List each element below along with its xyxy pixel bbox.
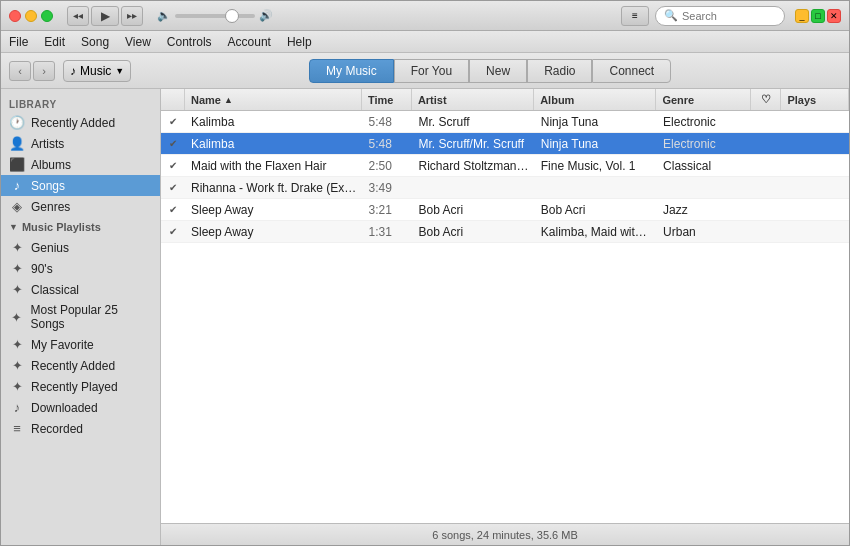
tab-connect[interactable]: Connect [592, 59, 671, 83]
playlist-item-my-favorite[interactable]: ✦My Favorite [1, 334, 160, 355]
playlist-item-label: Downloaded [31, 401, 98, 415]
playlist-icon: ✦ [9, 379, 25, 394]
table-row[interactable]: ✔ Maid with the Flaxen Hair 2:50 Richard… [161, 155, 849, 177]
row-check[interactable]: ✔ [161, 182, 185, 193]
playlist-icon: ✦ [9, 282, 25, 297]
tab-my-music[interactable]: My Music [309, 59, 394, 83]
row-time: 5:48 [362, 115, 412, 129]
menu-item-song[interactable]: Song [81, 35, 109, 49]
win-minimize-button[interactable]: _ [795, 9, 809, 23]
sidebar-item-recently-added[interactable]: 🕐Recently Added [1, 112, 160, 133]
list-icon: ≡ [632, 10, 638, 21]
forward-icon: › [42, 65, 46, 77]
volume-control[interactable]: 🔈 🔊 [157, 9, 273, 22]
row-check[interactable]: ✔ [161, 138, 185, 149]
playlist-item-recently-played[interactable]: ✦Recently Played [1, 376, 160, 397]
row-genre: Electronic [657, 115, 752, 129]
sidebar-icon: ♪ [9, 178, 25, 193]
check-icon: ✔ [169, 182, 177, 193]
minimize-button[interactable] [25, 10, 37, 22]
tabs-container: My MusicFor YouNewRadioConnect [139, 59, 841, 83]
sidebar-item-albums[interactable]: ⬛Albums [1, 154, 160, 175]
col-genre[interactable]: Genre [656, 89, 751, 110]
back-forward-controls: ‹ › [9, 61, 55, 81]
table-row[interactable]: ✔ Rihanna - Work ft. Drake (Explicit) 3:… [161, 177, 849, 199]
col-album[interactable]: Album [534, 89, 656, 110]
main-content: Library 🕐Recently Added👤Artists⬛Albums♪S… [1, 89, 849, 545]
tab-for-you[interactable]: For You [394, 59, 469, 83]
plays-header: Plays [787, 94, 816, 106]
menu-item-help[interactable]: Help [287, 35, 312, 49]
fastforward-button[interactable]: ▸▸ [121, 6, 143, 26]
playlist-item-downloaded[interactable]: ♪Downloaded [1, 397, 160, 418]
back-button[interactable]: ‹ [9, 61, 31, 81]
row-name: Sleep Away [185, 203, 362, 217]
playlist-item-90's[interactable]: ✦90's [1, 258, 160, 279]
playlist-item-most-popular-25-songs[interactable]: ✦Most Popular 25 Songs [1, 300, 160, 334]
playlist-item-label: Recorded [31, 422, 83, 436]
playlist-item-classical[interactable]: ✦Classical [1, 279, 160, 300]
back-icon: ‹ [18, 65, 22, 77]
album-header: Album [540, 94, 574, 106]
row-artist: Richard Stoltzman/... [412, 159, 534, 173]
name-header: Name [191, 94, 221, 106]
row-check[interactable]: ✔ [161, 116, 185, 127]
table-row[interactable]: ✔ Kalimba 5:48 Mr. Scruff Ninja Tuna Ele… [161, 111, 849, 133]
sidebar-icon: ⬛ [9, 157, 25, 172]
playlists-section-toggle[interactable]: ▼Music Playlists [1, 217, 160, 237]
check-icon: ✔ [169, 226, 177, 237]
col-name[interactable]: Name ▲ [185, 89, 362, 110]
row-genre: Classical [657, 159, 752, 173]
row-check[interactable]: ✔ [161, 204, 185, 215]
col-artist[interactable]: Artist [412, 89, 534, 110]
sidebar-item-songs[interactable]: ♪Songs [1, 175, 160, 196]
playlist-icon: ✦ [9, 337, 25, 352]
row-name: Rihanna - Work ft. Drake (Explicit) [185, 181, 362, 195]
playlist-item-label: Classical [31, 283, 79, 297]
col-love: ♡ [751, 89, 781, 110]
play-button[interactable]: ▶ [91, 6, 119, 26]
col-plays[interactable]: Plays [781, 89, 849, 110]
win-close-button[interactable]: ✕ [827, 9, 841, 23]
playlist-item-recently-added[interactable]: ✦Recently Added [1, 355, 160, 376]
win-maximize-button[interactable]: □ [811, 9, 825, 23]
sidebar-item-genres[interactable]: ◈Genres [1, 196, 160, 217]
row-album: Kalimba, Maid with... [535, 225, 657, 239]
sidebar-item-artists[interactable]: 👤Artists [1, 133, 160, 154]
close-button[interactable] [9, 10, 21, 22]
maximize-button[interactable] [41, 10, 53, 22]
rewind-button[interactable]: ◂◂ [67, 6, 89, 26]
playlist-item-label: 90's [31, 262, 53, 276]
search-box[interactable]: 🔍 [655, 6, 785, 26]
chevron-down-icon: ▼ [115, 66, 124, 76]
search-input[interactable] [682, 10, 782, 22]
row-check[interactable]: ✔ [161, 226, 185, 237]
row-genre: Urban [657, 225, 752, 239]
menu-item-edit[interactable]: Edit [44, 35, 65, 49]
forward-button[interactable]: › [33, 61, 55, 81]
titlebar-right: ≡ 🔍 _ □ ✕ [621, 6, 841, 26]
menu-item-controls[interactable]: Controls [167, 35, 212, 49]
menu-item-account[interactable]: Account [228, 35, 271, 49]
source-dropdown[interactable]: ♪ Music ▼ [63, 60, 131, 82]
row-check[interactable]: ✔ [161, 160, 185, 171]
source-label: Music [80, 64, 111, 78]
menubar: FileEditSongViewControlsAccountHelp [1, 31, 849, 53]
playlist-item-recorded[interactable]: ≡Recorded [1, 418, 160, 439]
volume-track[interactable] [175, 14, 255, 18]
tab-new[interactable]: New [469, 59, 527, 83]
col-time[interactable]: Time [362, 89, 412, 110]
playlist-item-label: My Favorite [31, 338, 94, 352]
menu-item-view[interactable]: View [125, 35, 151, 49]
playlist-item-genius[interactable]: ✦Genius [1, 237, 160, 258]
list-view-button[interactable]: ≡ [621, 6, 649, 26]
table-row[interactable]: ✔ Sleep Away 3:21 Bob Acri Bob Acri Jazz [161, 199, 849, 221]
genre-header: Genre [662, 94, 694, 106]
rewind-icon: ◂◂ [73, 10, 83, 21]
menu-item-file[interactable]: File [9, 35, 28, 49]
table-row[interactable]: ✔ Sleep Away 1:31 Bob Acri Kalimba, Maid… [161, 221, 849, 243]
play-icon: ▶ [101, 9, 110, 23]
volume-thumb[interactable] [225, 9, 239, 23]
table-row[interactable]: ✔ Kalimba 5:48 Mr. Scruff/Mr. Scruff Nin… [161, 133, 849, 155]
tab-radio[interactable]: Radio [527, 59, 592, 83]
